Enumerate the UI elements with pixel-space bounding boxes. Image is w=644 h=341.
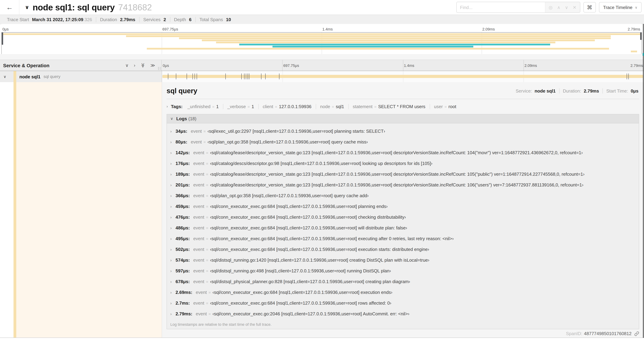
find-control-icon[interactable]: ✕ (573, 5, 576, 10)
log-equals: = (206, 161, 208, 165)
summary-label: Trace Start (7, 17, 29, 22)
log-field-value: ‹sql/distsql_running.go:498 [nsql1,clien… (210, 268, 391, 273)
log-entry[interactable]: › 495μs: event = ‹sql/conn_executor_exec… (167, 233, 639, 244)
log-field-value: ‹sql/catalog/lease/descriptor_version_st… (210, 172, 584, 177)
span-id-footer: SpanID: 4877749850101760812 (166, 331, 639, 336)
find-control-icon[interactable]: ∧ (557, 5, 560, 10)
log-entry[interactable]: › 2.79ms: event = ‹sql/conn_executor_exe… (167, 308, 639, 319)
chevron-down-icon[interactable]: ∨ (25, 4, 29, 11)
meta-value: node sql1 (534, 88, 556, 93)
tag-value: root (448, 104, 456, 109)
log-entry[interactable]: › 201μs: event = ‹sql/catalog/lease/desc… (167, 180, 639, 190)
log-entry[interactable]: › 678μs: event = ‹sql/distsql_physical_p… (167, 276, 639, 287)
log-entry[interactable]: › 176μs: event = ‹sql/catalog/descs/desc… (167, 158, 639, 169)
top-bar-actions: ◎∧∨✕ ⌘ Trace Timeline ∨ (456, 2, 644, 13)
log-equals: = (206, 258, 208, 262)
span-service-name: node sql1 (20, 74, 40, 79)
log-equals: = (206, 183, 208, 187)
ruler-tick-label: 1.4ms (404, 63, 414, 68)
expand-all-icon[interactable]: ≫ (150, 63, 155, 68)
tag-equals: = (444, 105, 447, 109)
log-field-key: event (196, 311, 207, 316)
find-control-icon[interactable]: ◎ (548, 5, 552, 10)
collapse-one-icon[interactable]: ∨ (125, 63, 129, 68)
log-field-key: event (193, 236, 204, 241)
meta-item: Start Time: 0μs (602, 88, 639, 93)
expand-one-icon[interactable]: › (134, 63, 136, 68)
log-equals: = (206, 151, 208, 155)
service-operation-header: Service & Operation ∨ › ≫ ≫ (0, 60, 162, 71)
log-equals: = (206, 301, 208, 305)
span-detail-row: sql query Service: node sql1 Duration: 2… (0, 82, 644, 338)
collapse-all-icon[interactable]: ≫ (140, 63, 146, 68)
minimap-span-bar (272, 46, 473, 48)
view-selector-button[interactable]: Trace Timeline ∨ (599, 2, 642, 13)
log-tick (197, 74, 197, 79)
log-field-value: ‹sql/conn_executor_exec.go:684 [nsql1,cl… (210, 236, 454, 241)
tag-key: _verbose (227, 104, 246, 109)
chevron-right-icon: › (170, 172, 176, 176)
log-entry[interactable]: › 80μs: event = ‹sql/plan_opt.go:358 [ns… (167, 137, 639, 147)
log-field-value: ‹sql/exec_util.go:2297 [nsql1,client=127… (208, 129, 385, 134)
tag-key: _unfinished (188, 104, 210, 109)
minimap-span-bar (2, 33, 642, 35)
span-duration-bar[interactable] (162, 75, 643, 78)
log-entry[interactable]: › 366μs: event = ‹sql/plan_opt.go:358 [n… (167, 190, 639, 201)
log-entry[interactable]: › 142μs: event = ‹sql/catalog/lease/desc… (167, 147, 639, 158)
log-entry[interactable]: › 502μs: event = ‹sql/conn_executor_exec… (167, 244, 639, 255)
ruler-tick-label: 2.79ms (630, 63, 643, 68)
log-tick (176, 74, 176, 79)
keyboard-shortcuts-button[interactable]: ⌘ (584, 2, 596, 13)
trace-minimap[interactable] (2, 32, 642, 54)
span-timeline-cell[interactable] (162, 71, 644, 82)
span-operation-name: sql query (44, 74, 60, 79)
log-entry[interactable]: › 459μs: event = ‹sql/conn_executor_exec… (167, 201, 639, 212)
log-field-key: event (191, 139, 202, 145)
span-row[interactable]: ∨ node sql1 sql query (0, 71, 644, 82)
trace-page: ← ∨ node sql1: sql query 7418682 ◎∧∨✕ ⌘ … (0, 0, 644, 341)
log-timestamp: 574μs: (176, 257, 190, 263)
logs-accordion: ∨ Logs (18) › 34μs: event = ‹sql/exec_ut… (166, 114, 639, 329)
tag-key: statement (353, 104, 372, 109)
tag-item: statement=SELECT * FROM users (348, 104, 430, 109)
find-control-icon[interactable]: ∨ (565, 5, 568, 10)
log-field-key: event (193, 268, 204, 273)
logs-footnote: Log timestamps are relative to the start… (167, 319, 639, 329)
log-timestamp: 142μs: (176, 150, 190, 155)
log-timestamp: 2.7ms: (176, 300, 190, 306)
log-entry[interactable]: › 189μs: event = ‹sql/catalog/lease/desc… (167, 169, 639, 180)
tag-item: _unfinished=1 (183, 104, 223, 109)
log-timestamp: 476μs: (176, 214, 190, 220)
log-entry[interactable]: › 476μs: event = ‹sql/conn_executor_exec… (167, 212, 639, 222)
logs-header[interactable]: ∨ Logs (18) (167, 114, 639, 123)
log-field-value: ‹sql/conn_executor_exec.go:2046 [nsql1,c… (212, 311, 410, 316)
log-entry[interactable]: › 2.69ms: event = ‹sql/conn_executor_exe… (167, 287, 639, 298)
log-timestamp: 189μs: (176, 172, 190, 177)
log-timestamp: 2.69ms: (176, 290, 192, 295)
log-entry[interactable]: › 597μs: event = ‹sql/distsql_running.go… (167, 265, 639, 276)
log-tick (246, 74, 246, 79)
minimap-right-scrubber[interactable] (640, 33, 642, 40)
log-entry[interactable]: › 34μs: event = ‹sql/exec_util.go:2297 [… (167, 126, 639, 137)
log-entry[interactable]: › 486μs: event = ‹sql/conn_executor_exec… (167, 222, 639, 233)
minimap-left-scrubber[interactable] (2, 33, 3, 45)
span-name-cell[interactable]: ∨ node sql1 sql query (0, 71, 162, 82)
log-field-key: event (193, 279, 204, 284)
logs-list: › 34μs: event = ‹sql/exec_util.go:2297 [… (167, 123, 639, 319)
tag-equals: = (374, 105, 376, 109)
chevron-down-icon[interactable]: ∨ (4, 74, 8, 79)
link-icon[interactable] (634, 331, 639, 336)
log-entry[interactable]: › 2.7ms: event = ‹sql/conn_executor_exec… (167, 298, 639, 308)
log-timestamp: 201μs: (176, 182, 190, 187)
tags-row[interactable]: › Tags: _unfinished=1 _verbose=1 c (166, 102, 639, 111)
log-field-value: ‹sql/plan_opt.go:358 [nsql1,client=127.0… (210, 193, 368, 198)
span-id-value: 4877749850101760812 (584, 331, 632, 336)
chevron-right-icon[interactable]: › (166, 104, 168, 109)
back-button[interactable]: ← (0, 0, 20, 15)
column-resizer-grip[interactable] (158, 67, 160, 70)
log-timestamp: 678μs: (176, 279, 190, 284)
log-entry[interactable]: › 574μs: event = ‹sql/distsql_running.go… (167, 255, 639, 265)
span-detail-title: sql query (166, 87, 197, 95)
find-input[interactable] (456, 2, 545, 13)
tag-value: 127.0.0.1:59936 (279, 104, 312, 109)
